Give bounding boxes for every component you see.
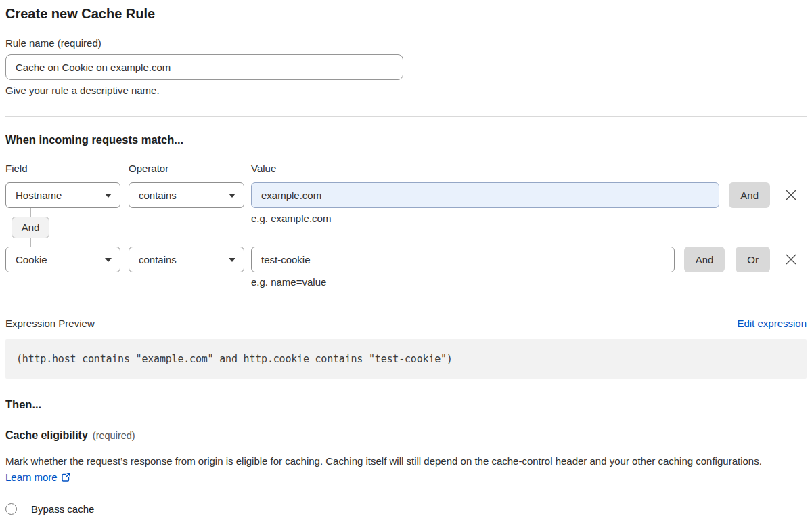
cache-eligibility-description: Mark whether the request’s response from… [5,453,790,486]
value-input-2[interactable] [251,247,675,272]
operator-select-1[interactable]: contains [129,182,244,208]
field-select-1[interactable]: Hostname [5,182,120,208]
connector-line-bottom [30,238,31,247]
value-input-1[interactable] [251,182,719,208]
radio-unselected-icon [5,503,17,515]
value-hint-1: e.g. example.com [251,213,331,224]
expression-preview-label: Expression Preview [5,318,95,329]
operator-select-1-value: contains [139,190,177,201]
row-gap: And e.g. example.com [5,208,807,247]
chevron-down-icon [229,194,235,198]
remove-condition-button-1[interactable] [785,189,797,201]
section-divider [5,116,807,117]
then-heading: Then... [5,398,807,411]
learn-more-link[interactable]: Learn more [5,471,58,483]
edit-expression-link[interactable]: Edit expression [737,318,807,329]
create-cache-rule-form: Create new Cache Rule Rule name (require… [0,0,812,531]
chevron-down-icon [229,258,235,262]
field-select-2[interactable]: Cookie [5,247,120,272]
chevron-down-icon [105,258,112,262]
or-button-row-2[interactable]: Or [736,247,770,272]
description-text: Mark whether the request’s response from… [5,455,762,467]
cache-eligibility-heading: Cache eligibility(required) [5,429,807,442]
match-column-labels: Field Operator Value [5,163,807,174]
expression-preview-box: (http.host contains "example.com" and ht… [5,339,807,379]
field-select-1-value: Hostname [16,190,62,201]
radio-option-bypass-cache[interactable]: Bypass cache [5,503,807,515]
operator-select-2-value: contains [139,254,177,266]
rule-name-label: Rule name (required) [5,37,807,49]
match-heading: When incoming requests match... [5,133,807,146]
condition-row-1: Hostname contains And [5,182,807,208]
operator-column-label: Operator [129,163,251,174]
expression-header: Expression Preview Edit expression [5,318,807,329]
connector-column: And [7,208,54,247]
expression-code: (http.host contains "example.com" and ht… [16,353,453,365]
close-icon [785,253,797,266]
field-select-2-value: Cookie [16,254,47,266]
required-tag: (required) [93,430,135,441]
external-link-icon [61,472,71,482]
rule-name-input[interactable] [5,54,403,80]
page-title: Create new Cache Rule [5,4,807,23]
cache-eligibility-title: Cache eligibility [5,429,88,441]
and-button-row-2[interactable]: And [684,247,725,272]
close-icon [785,189,797,201]
value-column-label: Value [251,163,276,174]
radio-label-bypass: Bypass cache [31,503,94,515]
connector-and-button[interactable]: And [12,217,50,238]
and-button-row-1[interactable]: And [729,182,770,208]
field-column-label: Field [5,163,129,174]
rule-name-helper: Give your rule a descriptive name. [5,85,807,96]
operator-select-2[interactable]: contains [129,247,244,272]
condition-row-2: Cookie contains And Or [5,247,807,272]
value-hint-2: e.g. name=value [5,276,807,288]
connector-line-top [30,208,31,217]
chevron-down-icon [105,194,112,198]
remove-condition-button-2[interactable] [785,253,797,266]
